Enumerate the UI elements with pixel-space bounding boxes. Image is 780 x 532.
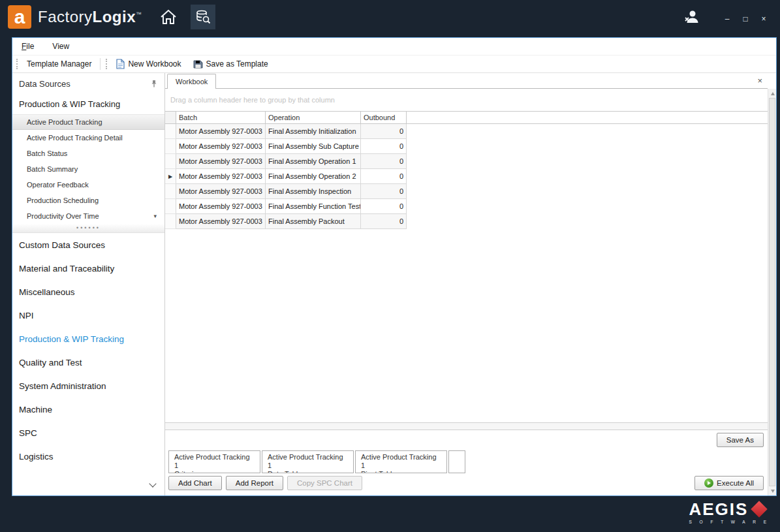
row-indicator-cell <box>165 199 176 214</box>
sidebar-item-label: Operator Feedback <box>27 181 89 189</box>
tab-line1: Active Product Tracking 1 <box>268 453 348 470</box>
maximize-button[interactable]: □ <box>741 15 750 23</box>
pin-icon[interactable] <box>150 80 158 88</box>
table-row[interactable]: Motor Assembly 927-0003 Final Assembly F… <box>165 199 768 214</box>
group-by-drop-area[interactable]: Drag a column header here to group by th… <box>165 89 768 111</box>
close-button[interactable]: × <box>759 15 768 23</box>
app-logo-letter: a <box>14 6 25 28</box>
category-label: System Administration <box>19 381 106 391</box>
tab-stub[interactable] <box>448 450 465 473</box>
aegis-tagline: S O F T W A R E <box>689 520 770 524</box>
sidebar-item-batch-summary[interactable]: Batch Summary <box>12 161 164 177</box>
menu-view[interactable]: View <box>50 40 72 52</box>
table-row[interactable]: Motor Assembly 927-0003 Final Assembly P… <box>165 214 768 229</box>
category-production-wip-tracking[interactable]: Production & WIP Tracking <box>12 327 164 351</box>
grid-header-row: Batch Operation Outbound <box>165 112 768 124</box>
table-row-current[interactable]: ▶ Motor Assembly 927-0003 Final Assembly… <box>165 169 768 184</box>
table-row[interactable]: Motor Assembly 927-0003 Final Assembly O… <box>165 154 768 169</box>
new-workbook-icon <box>116 59 125 69</box>
cell-batch: Motor Assembly 927-0003 <box>176 154 266 169</box>
scroll-thumb[interactable] <box>769 98 775 486</box>
data-explorer-button[interactable] <box>191 5 215 29</box>
category-custom-data-sources[interactable]: Custom Data Sources <box>12 233 164 257</box>
toolbar-grip-icon <box>106 59 108 69</box>
sidebar-item-productivity-over-time[interactable]: Productivity Over Time ▾ <box>12 208 164 224</box>
tab-workbook[interactable]: Workbook <box>167 74 216 89</box>
column-header-outbound[interactable]: Outbound <box>361 112 407 123</box>
table-row[interactable]: Motor Assembly 927-0003 Final Assembly I… <box>165 124 768 139</box>
category-system-administration[interactable]: System Administration <box>12 374 164 398</box>
category-material-and-traceability[interactable]: Material and Traceability <box>12 257 164 280</box>
cell-batch: Motor Assembly 927-0003 <box>176 199 266 214</box>
group-by-hint: Drag a column header here to group by th… <box>170 96 335 104</box>
sidebar-item-operator-feedback[interactable]: Operator Feedback <box>12 177 164 193</box>
sidebar-item-batch-status[interactable]: Batch Status <box>12 146 164 161</box>
tab-data-table[interactable]: Active Product Tracking 1 Data Table <box>262 450 354 473</box>
panel-title: Data Sources <box>19 79 70 89</box>
category-label: Quality and Test <box>19 358 82 368</box>
home-button[interactable] <box>159 8 178 25</box>
category-quality-and-test[interactable]: Quality and Test <box>12 351 164 374</box>
document-tabstrip: Workbook × <box>165 73 768 89</box>
category-label: Custom Data Sources <box>19 240 105 250</box>
category-label: NPI <box>19 311 34 321</box>
grid-empty-area <box>165 229 768 422</box>
vertical-scrollbar[interactable] <box>768 89 776 495</box>
column-header-batch[interactable]: Batch <box>176 112 266 123</box>
category-miscellaneous[interactable]: Miscellaneous <box>12 280 164 304</box>
category-list: Custom Data Sources Material and Traceab… <box>12 233 164 495</box>
cell-batch: Motor Assembly 927-0003 <box>176 214 266 229</box>
category-label: Material and Traceability <box>19 264 114 274</box>
template-manager-button[interactable]: Template Manager <box>23 58 95 70</box>
sidebar-item-label: Productivity Over Time <box>27 212 99 220</box>
execute-icon <box>704 478 713 488</box>
menu-file[interactable]: File <box>19 40 37 52</box>
tab-close-icon[interactable]: × <box>757 76 762 85</box>
category-npi[interactable]: NPI <box>12 304 164 327</box>
cell-operation: Final Assembly Operation 2 <box>266 169 361 184</box>
worksheet-tabs: Active Product Tracking 1 Criteria Activ… <box>165 450 768 473</box>
tab-pivot-table[interactable]: Active Product Tracking 1 Pivot Table <box>355 450 447 473</box>
category-machine[interactable]: Machine <box>12 398 164 421</box>
save-as-template-label: Save as Template <box>206 59 268 69</box>
sidebar-item-active-product-tracking-detail[interactable]: Active Product Tracking Detail <box>12 130 164 146</box>
sidebar-group-title: Production & WIP Tracking <box>12 94 164 114</box>
chevron-down-icon[interactable]: ▾ <box>153 213 157 219</box>
table-row[interactable]: Motor Assembly 927-0003 Final Assembly S… <box>165 139 768 154</box>
row-indicator-cell <box>165 154 176 169</box>
row-indicator-cell: ▶ <box>165 169 176 184</box>
tab-criteria[interactable]: Active Product Tracking 1 Criteria <box>168 450 260 473</box>
scroll-grip-dots-icon[interactable]: •••••• <box>12 224 164 233</box>
cell-batch: Motor Assembly 927-0003 <box>176 124 266 139</box>
sidebar-item-production-scheduling[interactable]: Production Scheduling <box>12 193 164 208</box>
aegis-diamond-icon <box>751 501 768 517</box>
scroll-down-arrow[interactable] <box>768 486 777 495</box>
triangle-down-icon <box>771 490 775 493</box>
minimize-button[interactable]: – <box>723 15 732 23</box>
category-logistics[interactable]: Logistics <box>12 445 164 468</box>
table-row[interactable]: Motor Assembly 927-0003 Final Assembly I… <box>165 184 768 199</box>
user-button[interactable] <box>683 9 700 25</box>
cell-outbound: 0 <box>361 199 407 214</box>
save-as-template-button[interactable]: Save as Template <box>190 58 272 70</box>
tab-line1: Active Product Tracking 1 <box>174 453 255 470</box>
add-report-button[interactable]: Add Report <box>226 476 283 490</box>
cell-operation: Final Assembly Initialization <box>266 124 361 139</box>
toolbar-separator <box>100 58 101 70</box>
titlebar: a FactoryLogix™ – □ <box>0 0 780 34</box>
cell-batch: Motor Assembly 927-0003 <box>176 169 266 184</box>
cell-outbound: 0 <box>361 184 407 199</box>
new-workbook-button[interactable]: New Workbook <box>113 57 184 70</box>
save-as-button[interactable]: Save As <box>717 433 764 447</box>
app-logo: a <box>8 5 31 29</box>
copy-spc-chart-button[interactable]: Copy SPC Chart <box>287 476 362 490</box>
execute-all-button[interactable]: Execute All <box>694 476 764 490</box>
sidebar-item-active-product-tracking[interactable]: Active Product Tracking <box>12 114 164 130</box>
category-spc[interactable]: SPC <box>12 421 164 445</box>
add-chart-button[interactable]: Add Chart <box>168 476 222 490</box>
cell-operation: Final Assembly Operation 1 <box>266 154 361 169</box>
scroll-up-arrow[interactable] <box>768 89 777 98</box>
horizontal-splitter[interactable] <box>165 422 768 430</box>
new-workbook-label: New Workbook <box>128 59 181 69</box>
column-header-operation[interactable]: Operation <box>266 112 361 123</box>
